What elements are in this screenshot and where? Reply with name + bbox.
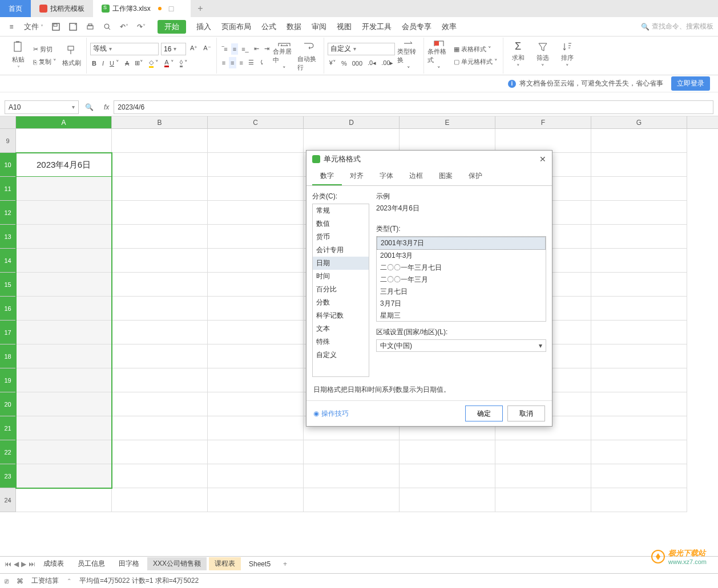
cell-A11[interactable] (16, 177, 112, 201)
locale-select[interactable]: 中文(中国) (376, 339, 546, 352)
redo-icon[interactable]: ↷ ˅ (135, 20, 148, 34)
cell-E9[interactable] (400, 129, 495, 153)
row-header-14[interactable]: 14 (0, 249, 16, 273)
col-header-B[interactable]: B (112, 116, 208, 128)
row-header-18[interactable]: 18 (0, 344, 16, 368)
fx-icon[interactable]: fx (104, 103, 109, 111)
cell-A18[interactable] (16, 344, 112, 368)
dialog-tab-number[interactable]: 数字 (312, 168, 342, 185)
sheet-tab[interactable]: 田字格 (113, 557, 145, 570)
sheet-next-icon[interactable]: ▶ (21, 560, 26, 568)
save-as-icon[interactable] (66, 20, 80, 34)
category-percent[interactable]: 百分比 (313, 283, 369, 296)
dialog-titlebar[interactable]: 单元格格式 ✕ (306, 151, 552, 168)
ribbon-tab-start[interactable]: 开始 (158, 20, 186, 34)
strikethrough-button[interactable]: A (123, 58, 131, 69)
print-icon[interactable] (83, 20, 97, 34)
cell-A21[interactable] (16, 416, 112, 440)
cell-A20[interactable] (16, 392, 112, 416)
category-text[interactable]: 文本 (313, 322, 369, 335)
orientation-button[interactable]: ⤹ (257, 57, 266, 68)
table-style-button[interactable]: ▦表格样式˅ (452, 44, 499, 55)
sum-button[interactable]: Σ求和˅ (507, 39, 530, 73)
type-item[interactable]: 2001年3月 (377, 250, 546, 262)
cell-B10[interactable] (112, 153, 208, 177)
category-currency[interactable]: 货币 (313, 230, 369, 244)
font-color-button[interactable]: A˅ (163, 58, 175, 69)
font-size-combo[interactable]: 16 (161, 43, 186, 55)
cell-A24[interactable] (16, 488, 112, 512)
cell-A19[interactable] (16, 368, 112, 392)
cell-A10[interactable]: 2023年4月6日 (16, 153, 112, 177)
number-format-combo[interactable]: 自定义 (328, 43, 395, 55)
category-date[interactable]: 日期 (313, 257, 369, 270)
cell-B9[interactable] (112, 129, 208, 153)
row-header-20[interactable]: 20 (0, 392, 16, 416)
col-header-E[interactable]: E (400, 116, 495, 128)
tab-template[interactable]: 找稻壳模板 (31, 0, 93, 17)
type-list[interactable]: 2001年3月7日 2001年3月 二〇〇一年三月七日 二〇〇一年三月 三月七日… (376, 236, 546, 322)
close-icon[interactable]: □ (169, 4, 174, 13)
category-general[interactable]: 常规 (313, 204, 369, 217)
cell-F9[interactable] (495, 129, 591, 153)
cell-A17[interactable] (16, 321, 112, 344)
select-all-corner[interactable] (0, 116, 16, 128)
dialog-tab-border[interactable]: 边框 (401, 168, 431, 185)
print-preview-icon[interactable] (100, 20, 114, 34)
ribbon-tab-member[interactable]: 会员专享 (402, 22, 431, 32)
ribbon-tab-view[interactable]: 视图 (337, 22, 352, 32)
type-item[interactable]: 3月7日 (377, 298, 546, 310)
merge-center-button[interactable]: 合并居中˅ (273, 39, 296, 73)
border-button[interactable]: ⊞˅ (133, 58, 145, 69)
ribbon-tab-developer[interactable]: 开发工具 (362, 22, 392, 32)
font-name-combo[interactable]: 等线 (90, 43, 159, 55)
close-icon[interactable]: ✕ (539, 155, 546, 164)
login-button[interactable]: 立即登录 (671, 76, 710, 91)
search-cell-icon[interactable]: 🔍 (82, 100, 96, 114)
cell-A12[interactable] (16, 201, 112, 225)
ribbon-tab-data[interactable]: 数据 (287, 22, 301, 32)
row-header-17[interactable]: 17 (0, 321, 16, 344)
increase-font-button[interactable]: A⁺ (188, 43, 199, 54)
justify-button[interactable]: ☰ (247, 57, 256, 68)
dialog-tab-pattern[interactable]: 图案 (431, 168, 461, 185)
col-header-G[interactable]: G (591, 116, 687, 128)
format-painter-button[interactable]: 格式刷 (60, 39, 83, 73)
ribbon-tab-pagelayout[interactable]: 页面布局 (221, 22, 251, 32)
percent-button[interactable]: % (340, 58, 349, 69)
paste-button[interactable]: 粘贴˅ (7, 39, 30, 73)
category-scientific[interactable]: 科学记数 (313, 309, 369, 322)
copy-button[interactable]: ⎘复制˅ (31, 56, 58, 68)
decrease-font-button[interactable]: A⁻ (201, 43, 212, 54)
align-top-button[interactable]: ‾≡ (220, 43, 229, 55)
align-center-button[interactable]: ≡ (229, 57, 236, 68)
cell-A22[interactable] (16, 440, 112, 464)
row-header-16[interactable]: 16 (0, 297, 16, 321)
ok-button[interactable]: 确定 (465, 405, 503, 421)
row-header-9[interactable]: 9 (0, 129, 16, 153)
sheet-tab[interactable]: Sheet5 (243, 558, 276, 570)
ribbon-tab-insert[interactable]: 插入 (196, 22, 211, 32)
row-header-12[interactable]: 12 (0, 201, 16, 225)
category-time[interactable]: 时间 (313, 270, 369, 283)
cut-button[interactable]: ✂剪切 (31, 44, 58, 55)
category-custom[interactable]: 自定义 (313, 348, 369, 362)
cell-G9[interactable] (591, 129, 687, 153)
highlight-button[interactable]: ◊˅ (178, 58, 189, 69)
italic-button[interactable]: I (100, 58, 106, 69)
category-number[interactable]: 数值 (313, 217, 369, 230)
cell-A23[interactable] (16, 464, 112, 488)
cell-A13[interactable] (16, 225, 112, 249)
row-header-10[interactable]: 10 (0, 153, 16, 177)
undo-icon[interactable]: ↶ ˅ (118, 20, 131, 34)
sheet-tab-active[interactable]: 课程表 (209, 557, 241, 570)
tab-home[interactable]: 首页 (0, 0, 31, 17)
sheet-prev-icon[interactable]: ◀ (14, 560, 19, 568)
tips-link[interactable]: ◉ 操作技巧 (313, 409, 349, 419)
increase-decimal-button[interactable]: .00▸ (380, 58, 395, 69)
align-bottom-button[interactable]: ≡_ (240, 43, 251, 55)
category-fraction[interactable]: 分数 (313, 296, 369, 309)
screenshot-icon[interactable]: ⎚ (5, 577, 9, 585)
conditional-format-button[interactable]: 条件格式˅ (427, 39, 450, 73)
category-special[interactable]: 特殊 (313, 335, 369, 348)
